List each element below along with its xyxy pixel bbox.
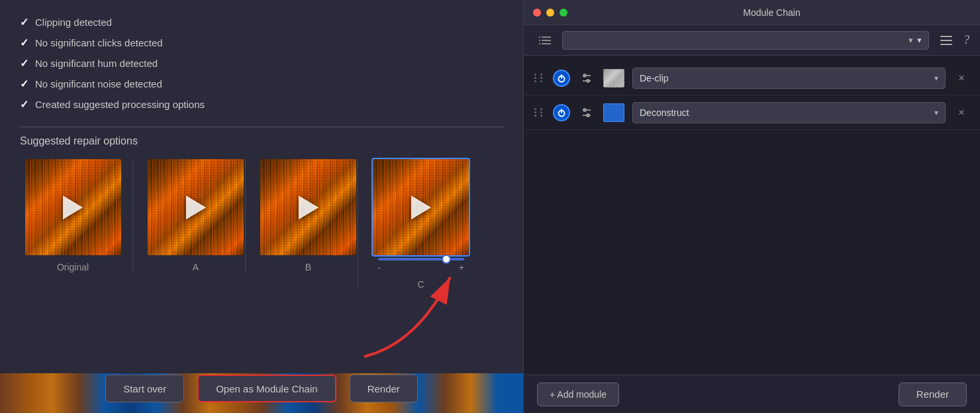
settings-button-de-clip[interactable]: [578, 70, 595, 87]
thumbnail-c[interactable]: [373, 159, 469, 255]
traffic-light-green[interactable]: [560, 9, 567, 17]
module-row-deconstruct: Deconstruct ▾ ×: [524, 95, 980, 130]
drag-dot: [540, 111, 542, 113]
slider-thumb[interactable]: [442, 255, 451, 264]
check-label-suggested: Created suggested processing options: [35, 99, 205, 110]
module-preview-de-clip: [603, 69, 624, 88]
checkmark-icon: ✓: [20, 98, 28, 111]
start-over-button[interactable]: Start over: [105, 375, 184, 402]
drag-dot: [534, 115, 536, 117]
c-slider-area: - +: [373, 258, 469, 272]
traffic-light-yellow[interactable]: [546, 9, 554, 17]
drag-dot: [534, 77, 536, 79]
module-preview-deconstruct: [603, 103, 624, 122]
module-name-deconstruct: Deconstruct: [640, 107, 689, 118]
check-item-hum: ✓ No significant hum detected: [20, 53, 503, 74]
thumbnail-original[interactable]: [25, 159, 121, 255]
drag-dot: [540, 115, 542, 117]
drag-handle-deconstruct[interactable]: [534, 108, 545, 117]
settings-button-deconstruct[interactable]: [578, 104, 595, 121]
drag-handle-de-clip[interactable]: [534, 74, 545, 82]
svg-point-16: [583, 109, 586, 111]
open-module-chain-button[interactable]: Open as Module Chain: [197, 375, 336, 402]
c-slider-track[interactable]: [378, 258, 464, 261]
chevron-down-icon: ▾: [934, 108, 938, 117]
play-icon-a[interactable]: [186, 196, 206, 219]
drag-dot: [534, 80, 536, 82]
svg-point-12: [587, 80, 589, 82]
power-button-de-clip[interactable]: [553, 70, 570, 87]
close-button-de-clip[interactable]: ×: [954, 70, 969, 86]
check-label-clicks: No significant clicks detected: [35, 37, 163, 48]
check-item-noise: ✓ No significant noise detected: [20, 74, 503, 94]
modules-area: De-clip ▾ ×: [524, 56, 980, 375]
sliders-icon: [581, 107, 592, 118]
close-button-deconstruct[interactable]: ×: [954, 105, 969, 121]
list-icon: [539, 36, 551, 45]
help-button[interactable]: ?: [963, 33, 969, 47]
suggested-repair-label: Suggested repair options: [0, 135, 523, 159]
drag-dot: [534, 108, 536, 110]
divider: [20, 127, 503, 127]
slider-labels: - +: [378, 263, 464, 272]
drag-dot: [534, 74, 536, 76]
c-option-wrapper: - +: [373, 159, 469, 272]
check-item-clicks: ✓ No significant clicks detected: [20, 32, 503, 53]
module-name-de-clip: De-clip: [640, 73, 669, 84]
slider-plus-label: +: [459, 263, 464, 272]
option-b[interactable]: B: [245, 159, 358, 272]
checkmark-icon: ✓: [20, 36, 28, 49]
option-label-original: Original: [57, 262, 89, 272]
option-a[interactable]: A: [132, 159, 245, 272]
option-label-a: A: [193, 262, 199, 272]
chevron-down-icon: ▾: [934, 74, 938, 83]
hamburger-line-3: [940, 44, 952, 45]
check-label-clipping: Clipping detected: [35, 17, 112, 28]
module-dropdown-de-clip[interactable]: De-clip ▾: [632, 68, 946, 89]
left-bottom-bar: Start over Open as Module Chain Render: [0, 364, 523, 413]
repair-options-container: Original A B: [0, 159, 523, 364]
drag-dot: [540, 108, 542, 110]
checkmark-icon: ✓: [20, 78, 28, 90]
option-label-c: C: [417, 279, 424, 290]
power-icon: [557, 108, 566, 117]
add-module-button[interactable]: + Add module: [537, 383, 619, 406]
traffic-light-red[interactable]: [533, 9, 541, 17]
module-row-de-clip: De-clip ▾ ×: [524, 61, 980, 95]
thumbnail-b[interactable]: [260, 159, 356, 255]
hamburger-line-2: [940, 40, 952, 41]
thumbnail-a[interactable]: [148, 159, 244, 255]
sliders-icon: [581, 73, 592, 84]
right-panel: Module Chain ▾ ?: [523, 0, 980, 413]
power-button-deconstruct[interactable]: [553, 104, 570, 121]
check-label-noise: No significant noise detected: [35, 78, 162, 89]
play-icon-c[interactable]: [411, 196, 431, 219]
module-chain-titlebar: Module Chain: [524, 0, 980, 25]
module-dropdown-deconstruct[interactable]: Deconstruct ▾: [632, 102, 946, 123]
check-item-suggested: ✓ Created suggested processing options: [20, 94, 503, 115]
checkmark-icon: ✓: [20, 57, 28, 70]
check-label-hum: No significant hum detected: [35, 58, 158, 69]
module-chain-toolbar: ▾ ?: [524, 25, 980, 56]
check-item-clipping: ✓ Clipping detected: [20, 12, 503, 32]
checkmark-icon: ✓: [20, 16, 28, 29]
play-icon-original[interactable]: [63, 196, 83, 219]
hamburger-menu-button[interactable]: [936, 30, 957, 51]
left-panel: ✓ Clipping detected ✓ No significant cli…: [0, 0, 523, 413]
svg-point-10: [583, 74, 586, 77]
checklist-area: ✓ Clipping detected ✓ No significant cli…: [0, 0, 523, 121]
render-button-left[interactable]: Render: [350, 375, 418, 402]
drag-dot: [540, 74, 542, 76]
render-button-right[interactable]: Render: [899, 383, 967, 406]
option-c[interactable]: - + C: [358, 159, 470, 290]
option-label-b: B: [305, 262, 311, 272]
drag-dot: [534, 111, 536, 113]
option-original[interactable]: Original: [20, 159, 132, 272]
drag-dot: [540, 80, 542, 82]
power-icon: [557, 74, 566, 83]
list-view-button[interactable]: [534, 30, 556, 51]
right-bottom-bar: + Add module Render: [524, 375, 980, 413]
toolbar-preset-dropdown[interactable]: ▾: [562, 31, 929, 50]
play-icon-b[interactable]: [299, 196, 318, 219]
chevron-down-icon: ▾: [908, 35, 913, 45]
